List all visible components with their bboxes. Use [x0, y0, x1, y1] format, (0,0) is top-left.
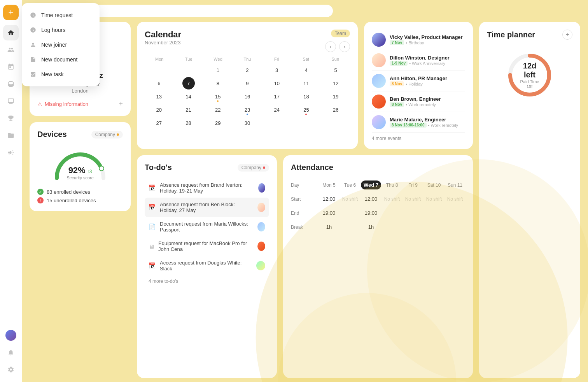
team-badge[interactable]: Team	[331, 30, 350, 37]
todo-avatar-3	[257, 222, 265, 231]
cal-day-25[interactable]: 25	[300, 103, 312, 116]
sidebar-item-settings[interactable]	[3, 362, 19, 377]
todo-item-4[interactable]: 🖥 Equipment request for MacBook Pro for …	[145, 237, 269, 256]
missing-info-label: Missing information	[45, 101, 88, 107]
time-planner-header: Time planner +	[487, 30, 572, 40]
cal-day-20[interactable]: 20	[153, 103, 165, 116]
cal-day-3[interactable]: 3	[271, 64, 283, 76]
att-start-sat: No shift	[424, 195, 444, 203]
donut-text: 12d left Paid Time Off	[517, 61, 542, 89]
cal-day-4[interactable]: 4	[300, 64, 312, 76]
cal-day-24[interactable]: 24	[271, 103, 283, 116]
att-day-wed[interactable]: Wed 7	[361, 180, 381, 189]
cal-day-29[interactable]: 29	[212, 117, 224, 129]
todo-item-1[interactable]: 📅 Absence request from Brand Iverton: Ho…	[145, 178, 269, 198]
att-day-sun[interactable]: Sun 11	[445, 181, 465, 189]
sidebar-item-people[interactable]	[3, 42, 19, 58]
event-info-2: Dillon Winston, Designer 1-9 Nov • Work …	[390, 55, 450, 66]
cal-day-18[interactable]: 18	[300, 90, 312, 103]
cal-day-21[interactable]: 21	[182, 103, 195, 116]
sidebar-item-monitor[interactable]	[3, 93, 19, 109]
dropdown-item-new-document[interactable]: New document	[25, 52, 96, 67]
cal-day-13[interactable]: 13	[153, 90, 165, 103]
cal-day-22[interactable]: 22	[212, 103, 224, 116]
calendar-month: November 2023	[145, 40, 181, 46]
more-events[interactable]: 4 more events	[372, 136, 465, 141]
sidebar-item-home[interactable]	[3, 25, 19, 40]
missing-info-plus[interactable]: +	[119, 100, 123, 108]
att-day-thu[interactable]: Thu 8	[382, 181, 402, 189]
main-content: Laura Alvarez Product Engineer London ⚠ …	[22, 0, 588, 382]
sidebar-item-calendar[interactable]	[3, 59, 19, 75]
att-end-fri	[403, 212, 423, 215]
cal-day-6[interactable]: 6	[153, 77, 165, 89]
todo-item-5[interactable]: 📅 Access request from Douglas White: Sla…	[145, 256, 269, 275]
profile-location: London	[72, 88, 88, 94]
dropdown-item-new-task[interactable]: New task	[25, 67, 96, 82]
dropdown-item-new-joiner[interactable]: New joiner	[25, 37, 96, 52]
att-day-sat[interactable]: Sat 10	[424, 181, 444, 189]
cal-day-16[interactable]: 16	[241, 90, 254, 103]
time-planner-add-button[interactable]: +	[562, 30, 572, 40]
cal-day-1[interactable]: 1	[212, 64, 224, 76]
cal-day-30[interactable]: 30	[241, 117, 254, 129]
event-badge-5: 8 Nov 13:00-16:00	[390, 123, 427, 128]
todo-item-2[interactable]: 📅 Absence request from Ben Block: Holida…	[145, 198, 269, 217]
cal-day-2[interactable]: 2	[241, 64, 254, 76]
sidebar-item-database[interactable]	[3, 76, 19, 92]
todo-avatar-1	[258, 183, 265, 193]
missing-info-bar[interactable]: ⚠ Missing information +	[37, 100, 123, 108]
att-start-thu: No shift	[382, 195, 402, 203]
cal-day-empty	[153, 64, 165, 76]
gauge-label: Security score	[66, 175, 94, 180]
event-avatar-2	[372, 53, 386, 67]
todo-text-3: Document request from Maria Willocks: Pa…	[160, 221, 254, 233]
todo-item-3[interactable]: 📄 Document request from Maria Willocks: …	[145, 217, 269, 237]
event-info-1: Vicky Valles, Product Manager 7 Nov • Bi…	[390, 34, 463, 45]
calendar-prev-button[interactable]: ‹	[325, 41, 336, 52]
add-button[interactable]: +	[3, 5, 19, 20]
cal-day-27[interactable]: 27	[153, 117, 165, 129]
event-date-5: 8 Nov 13:00-16:00 • Work remotely	[390, 123, 458, 128]
att-day-fri[interactable]: Fri 9	[403, 181, 423, 189]
cal-day-11[interactable]: 11	[300, 77, 312, 89]
missing-info-left: ⚠ Missing information	[37, 101, 88, 107]
more-todos[interactable]: 4 more to-do's	[145, 275, 269, 287]
cal-day-28[interactable]: 28	[182, 117, 195, 129]
att-end-sat	[424, 212, 444, 215]
dropdown-item-log-hours[interactable]: Log hours	[25, 23, 96, 37]
att-day-mon[interactable]: Mon 5	[319, 181, 339, 189]
att-end-thu	[382, 212, 402, 215]
cal-day-14[interactable]: 14	[182, 90, 195, 103]
attendance-card: Attendance Day Mon 5 Tue 6 Wed 7 Thu 8 F…	[283, 155, 473, 378]
cal-day-23[interactable]: 23	[241, 103, 254, 116]
sidebar-item-avatar[interactable]	[3, 328, 19, 343]
cal-day-8[interactable]: 8	[212, 77, 224, 89]
sidebar-item-bell[interactable]	[3, 345, 19, 360]
event-avatar-4	[372, 95, 386, 109]
cal-day-12[interactable]: 12	[329, 77, 342, 89]
att-day-tue[interactable]: Tue 6	[340, 181, 360, 189]
cal-day-15[interactable]: 15	[212, 90, 224, 103]
att-break-mon: 1h	[319, 223, 339, 231]
sidebar-item-megaphone[interactable]	[3, 145, 19, 160]
cal-day-26[interactable]: 26	[329, 103, 342, 116]
cal-day-empty	[300, 117, 312, 129]
cal-day-17[interactable]: 17	[271, 90, 283, 103]
cal-day-empty	[182, 64, 195, 76]
sidebar-item-trophy[interactable]	[3, 110, 19, 126]
calendar-next-button[interactable]: ›	[339, 41, 350, 52]
cal-day-7[interactable]: 7	[182, 77, 195, 89]
att-break-sun	[445, 226, 465, 229]
cal-day-19[interactable]: 19	[329, 90, 342, 103]
dropdown-item-time-request[interactable]: Time request	[25, 8, 96, 23]
cal-day-9[interactable]: 9	[241, 77, 254, 89]
todo-company-label: Company	[242, 165, 261, 170]
todo-company-badge: Company	[238, 164, 269, 172]
cal-day-10[interactable]: 10	[271, 77, 283, 89]
new-task-icon	[30, 71, 37, 78]
cal-day-5[interactable]: 5	[329, 64, 342, 76]
event-name-3: Ann Hilton, PR Manager	[390, 75, 447, 81]
svg-point-6	[99, 166, 104, 171]
sidebar-item-folder[interactable]	[3, 128, 19, 143]
